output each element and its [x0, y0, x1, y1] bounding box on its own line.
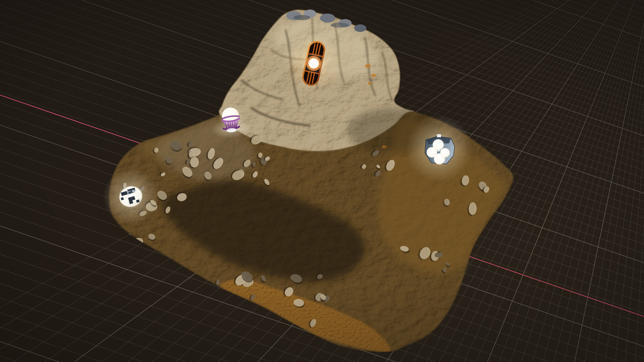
terrain-island[interactable] [96, 10, 514, 353]
quad-top-knob [437, 134, 441, 137]
robot-quad-orb-rover[interactable] [406, 115, 472, 182]
3d-viewport[interactable] [0, 0, 644, 362]
terrain-scene [0, 0, 644, 362]
